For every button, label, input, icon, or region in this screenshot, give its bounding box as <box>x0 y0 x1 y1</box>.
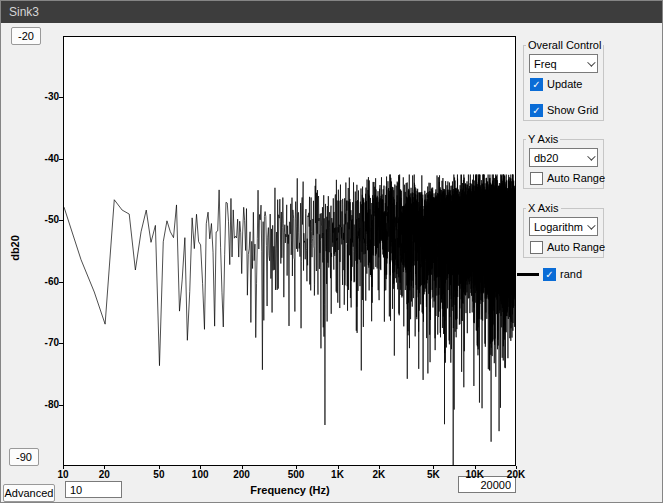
y-axis-label: db20 <box>9 235 21 261</box>
advanced-button[interactable]: Advanced <box>3 484 55 502</box>
x-axis-dropdown[interactable]: Logarithmic <box>529 217 598 236</box>
y-auto-range-checkbox[interactable]: ✓ Auto Range <box>530 171 605 185</box>
x-tick-label: 20K <box>507 469 525 480</box>
rand-series-checkbox[interactable]: ✓ <box>543 268 556 281</box>
title-bar[interactable]: Sink3 <box>1 1 662 23</box>
y-tick-mark <box>59 343 63 344</box>
y-tick-mark <box>59 405 63 406</box>
x-tick-label: 50 <box>153 469 164 480</box>
x-axis-group: X Axis Logarithmic ✓ Auto Range <box>523 208 604 258</box>
y-tick-label: -60 <box>27 276 59 287</box>
y-tick-label: -30 <box>27 91 59 102</box>
update-checkbox-label: Update <box>547 78 582 90</box>
x-axis-min-input[interactable] <box>65 481 122 498</box>
y-tick-label: -40 <box>27 153 59 164</box>
x-axis-dropdown-value: Logarithmic <box>530 221 583 233</box>
update-checkbox[interactable]: ✓ Update <box>530 77 582 91</box>
x-tick-label: 5K <box>427 469 440 480</box>
y-axis-dropdown-value: db20 <box>530 152 583 164</box>
series-line-icon <box>517 273 539 276</box>
checkbox-checked-icon: ✓ <box>530 104 543 117</box>
x-axis-label: Frequency (Hz) <box>250 484 329 496</box>
x-tick-label: 10K <box>466 469 484 480</box>
plot-area[interactable] <box>63 36 516 466</box>
show-grid-checkbox[interactable]: ✓ Show Grid <box>530 103 598 117</box>
x-auto-range-label: Auto Range <box>547 241 605 253</box>
x-tick-label: 500 <box>288 469 305 480</box>
overall-control-group: Overall Control Freq ✓ Update ✓ Show Gri… <box>523 45 604 121</box>
x-tick-label: 10 <box>57 469 68 480</box>
x-tick-label: 200 <box>233 469 250 480</box>
y-auto-range-label: Auto Range <box>547 172 605 184</box>
checkbox-checked-icon: ✓ <box>530 78 543 91</box>
show-grid-checkbox-label: Show Grid <box>547 104 598 116</box>
spectrum-trace <box>64 37 515 465</box>
chevron-down-icon <box>583 218 597 235</box>
y-tick-mark <box>59 159 63 160</box>
x-auto-range-checkbox[interactable]: ✓ Auto Range <box>530 240 605 254</box>
overall-control-dropdown[interactable]: Freq <box>529 54 598 73</box>
sink3-window: Sink3 -20 -90 db20 Frequency (Hz) Advanc… <box>0 0 663 503</box>
x-tick-label: 1K <box>331 469 344 480</box>
y-axis-group-title: Y Axis <box>526 133 560 145</box>
y-tick-label: -80 <box>27 399 59 410</box>
checkbox-unchecked-icon: ✓ <box>530 172 543 185</box>
chevron-down-icon <box>583 55 597 72</box>
rand-series-label: rand <box>560 268 582 280</box>
y-axis-max-button[interactable]: -20 <box>11 27 41 45</box>
overall-control-dropdown-value: Freq <box>530 58 583 70</box>
legend: ✓ rand <box>517 266 582 282</box>
chevron-down-icon <box>583 149 597 166</box>
window-title: Sink3 <box>9 1 39 23</box>
checkbox-unchecked-icon: ✓ <box>530 241 543 254</box>
x-tick-label: 2K <box>372 469 385 480</box>
x-tick-label: 20 <box>99 469 110 480</box>
x-axis-group-title: X Axis <box>526 202 561 214</box>
y-tick-mark <box>59 282 63 283</box>
x-tick-label: 100 <box>192 469 209 480</box>
y-tick-label: -70 <box>27 337 59 348</box>
y-tick-label: -50 <box>27 214 59 225</box>
y-tick-mark <box>59 97 63 98</box>
overall-control-group-title: Overall Control <box>526 39 603 51</box>
y-tick-mark <box>59 220 63 221</box>
y-axis-group: Y Axis db20 ✓ Auto Range <box>523 139 604 189</box>
y-axis-min-button[interactable]: -90 <box>9 448 39 466</box>
y-axis-dropdown[interactable]: db20 <box>529 148 598 167</box>
